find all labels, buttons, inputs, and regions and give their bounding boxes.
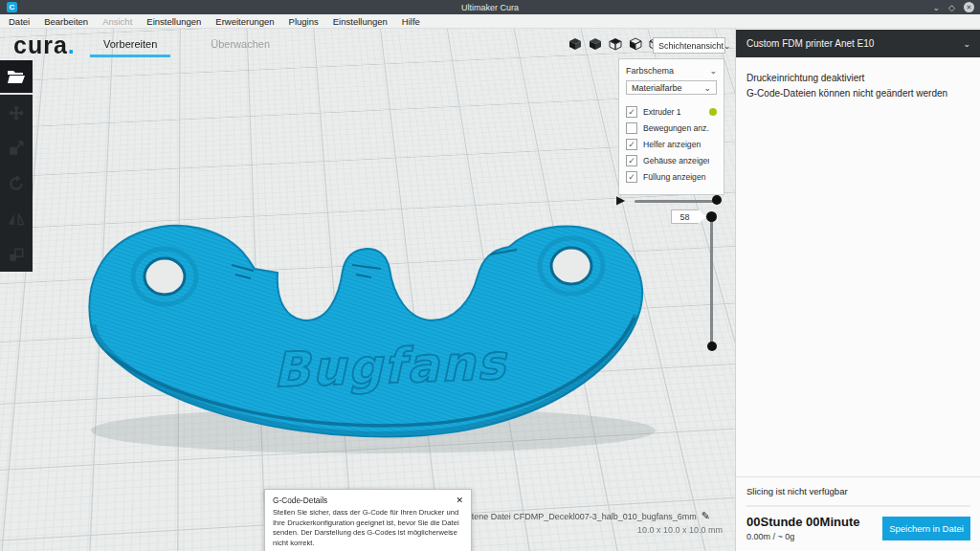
chevron-down-icon: ⌄ bbox=[709, 68, 717, 74]
stage-tab[interactable]: Überwachen bbox=[201, 38, 279, 57]
check-icon: ✓ bbox=[628, 172, 635, 182]
open-file-button[interactable] bbox=[0, 60, 33, 95]
popup-close-icon[interactable]: ✕ bbox=[456, 496, 463, 505]
rotate-tool-button[interactable] bbox=[0, 165, 33, 201]
chevron-down-icon: ⌄ bbox=[703, 85, 711, 91]
colorscheme-value: Materialfarbe bbox=[632, 83, 682, 93]
print-settings-panel: Custom FDM printer Anet E10 ⌄ Druckeinri… bbox=[735, 29, 980, 551]
minimize-icon[interactable]: ⌄ bbox=[933, 3, 941, 12]
chevron-down-icon: ⌄ bbox=[963, 41, 970, 47]
layer-view-checkbox-row[interactable]: ✓ Füllung anzeigen bbox=[626, 169, 717, 185]
menu-item[interactable]: Hilfe bbox=[402, 16, 420, 27]
move-tool-button[interactable] bbox=[0, 95, 33, 130]
view-mode-dropdown[interactable]: Schichtenansicht ⌄ bbox=[653, 37, 725, 54]
checkbox[interactable]: ✓ bbox=[626, 139, 637, 150]
checkbox-label: Bewegungen anz... bbox=[643, 123, 709, 133]
menu-item[interactable]: Ansicht bbox=[102, 16, 132, 27]
layer-slider-handle[interactable] bbox=[706, 211, 717, 222]
menu-item[interactable]: Erweiterungen bbox=[215, 16, 274, 27]
printer-selector[interactable]: Custom FDM printer Anet E10 ⌄ bbox=[736, 30, 980, 57]
slicing-status-label: Slicing ist nicht verfügbar bbox=[746, 486, 970, 496]
scale-icon bbox=[8, 140, 25, 157]
camera-view-buttons bbox=[568, 36, 663, 52]
slicing-progress-bar bbox=[746, 505, 970, 507]
check-icon: ✓ bbox=[628, 156, 635, 165]
cura-logo: cura. bbox=[13, 32, 76, 59]
gcode-details-popup: G-Code-Details ✕ Stellen Sie sicher, das… bbox=[264, 489, 472, 551]
tool-sidebar bbox=[0, 60, 33, 272]
menu-item[interactable]: Plugins bbox=[289, 16, 319, 27]
model-dimensions-label: 10.0 x 10.0 x 10.0 mm bbox=[637, 525, 723, 535]
layer-view-checkbox-list: ✓ Extruder 1 ✓ Bewegungen anz... ✓ Helfe… bbox=[626, 104, 717, 185]
printer-disabled-message: Druckeinrichtung deaktiviert G-Code-Date… bbox=[746, 71, 947, 100]
per-model-settings-icon bbox=[8, 246, 25, 263]
layer-view-checkbox-row[interactable]: ✓ Helfer anzeigen bbox=[626, 137, 717, 152]
printer-name: Custom FDM printer Anet E10 bbox=[746, 38, 874, 49]
view-front-button[interactable] bbox=[588, 36, 603, 52]
colorscheme-header[interactable]: Farbschema ⌄ bbox=[626, 66, 717, 76]
checkbox-label: Gehäuse anzeigen bbox=[643, 156, 709, 165]
layer-view-checkbox-row[interactable]: ✓ Gehäuse anzeigen bbox=[626, 153, 717, 168]
stage-tabs: Vorbereiten Überwachen bbox=[94, 38, 279, 57]
menu-bar: Datei Bearbeiten Ansicht Einstellungen E… bbox=[0, 14, 980, 29]
mirror-tool-button[interactable] bbox=[0, 201, 33, 236]
model-bugfans[interactable]: Bugfans bbox=[57, 196, 718, 474]
layer-view-panel: Farbschema ⌄ Materialfarbe ⌄ ✓ Extruder … bbox=[618, 58, 724, 195]
ultimaker-cura-window: C Ultimaker Cura ⌄ ◇ ✕ Datei Bearbeiten … bbox=[0, 0, 980, 551]
checkbox-label: Extruder 1 bbox=[643, 107, 709, 117]
stage-tab[interactable]: Vorbereiten bbox=[94, 38, 167, 57]
simulation-slider-track[interactable] bbox=[635, 200, 716, 203]
popup-title: G-Code-Details bbox=[273, 496, 327, 505]
view-mode-value: Schichtenansicht bbox=[658, 41, 724, 51]
mirror-icon bbox=[8, 210, 25, 228]
view-left-button[interactable] bbox=[628, 36, 643, 52]
view-3d-button[interactable] bbox=[568, 36, 583, 52]
checkbox-label: Helfer anzeigen bbox=[643, 140, 709, 149]
simulation-slider-handle[interactable] bbox=[712, 195, 722, 205]
checkbox[interactable]: ✓ bbox=[626, 106, 637, 118]
viewport-3d[interactable]: Bugfans bbox=[0, 29, 735, 551]
view-top-button[interactable] bbox=[608, 36, 623, 52]
rename-pencil-icon[interactable]: ✎ bbox=[702, 510, 710, 522]
extruder-color-dot bbox=[709, 108, 717, 116]
menu-item[interactable]: Bearbeiten bbox=[44, 16, 88, 27]
checkbox-label: Füllung anzeigen bbox=[643, 172, 709, 182]
chevron-down-icon: ⌄ bbox=[724, 43, 731, 49]
per-model-settings-button[interactable] bbox=[0, 236, 33, 272]
checkbox[interactable]: ✓ bbox=[626, 155, 637, 166]
slice-info-section: Slicing ist nicht verfügbar 00Stunde 00M… bbox=[736, 476, 980, 551]
rotate-icon bbox=[8, 175, 25, 192]
cura-logo-dot: . bbox=[68, 32, 76, 58]
simulation-play-button[interactable]: ▶ bbox=[616, 193, 625, 207]
checkbox[interactable]: ✓ bbox=[626, 171, 637, 183]
checkbox[interactable]: ✓ bbox=[626, 122, 637, 134]
layer-slider-track[interactable] bbox=[710, 217, 713, 347]
layer-slider-bottom-handle[interactable] bbox=[707, 342, 717, 351]
menu-item[interactable]: Einstellungen bbox=[333, 16, 388, 27]
open-folder-icon bbox=[7, 69, 26, 84]
close-icon[interactable]: ✕ bbox=[964, 2, 974, 12]
menu-item[interactable]: Einstellungen bbox=[146, 16, 201, 27]
move-icon bbox=[8, 104, 25, 121]
scale-tool-button[interactable] bbox=[0, 130, 33, 165]
layer-view-checkbox-row[interactable]: ✓ Bewegungen anz... bbox=[626, 121, 717, 136]
menu-item[interactable]: Datei bbox=[9, 16, 30, 27]
check-icon: ✓ bbox=[628, 140, 635, 149]
colorscheme-dropdown[interactable]: Materialfarbe ⌄ bbox=[626, 80, 717, 95]
popup-body-text: Stellen Sie sicher, dass der G-Code für … bbox=[273, 508, 463, 549]
maximize-icon[interactable]: ◇ bbox=[948, 3, 955, 12]
cura-app-icon: C bbox=[7, 2, 17, 12]
check-icon: ✓ bbox=[628, 107, 635, 117]
layer-view-checkbox-row[interactable]: ✓ Extruder 1 bbox=[626, 104, 717, 120]
model-engraved-text: Bugfans bbox=[272, 335, 508, 399]
window-title: Ultimaker Cura bbox=[0, 3, 980, 12]
title-bar: C Ultimaker Cura ⌄ ◇ ✕ bbox=[0, 0, 980, 14]
save-to-file-button[interactable]: Speichern in Datei bbox=[882, 517, 970, 540]
